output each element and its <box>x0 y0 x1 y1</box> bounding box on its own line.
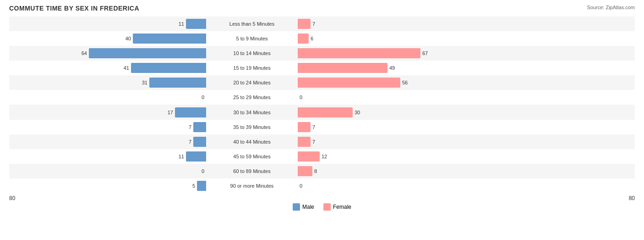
table-row: 0 60 to 89 Minutes 8 <box>9 164 635 179</box>
table-row: 7 35 to 39 Minutes 7 <box>9 120 635 134</box>
row-label: 40 to 44 Minutes <box>206 139 298 145</box>
female-bar <box>298 122 311 132</box>
row-label: 30 to 34 Minutes <box>206 110 298 115</box>
left-half: 0 <box>9 90 206 105</box>
row-label: 10 to 14 Minutes <box>206 50 298 56</box>
male-bar <box>186 151 206 162</box>
left-half: 0 <box>9 164 206 179</box>
legend: Male Female <box>9 203 635 211</box>
male-bar <box>186 19 206 29</box>
axis-left: 80 <box>9 195 15 201</box>
legend-female-box <box>323 203 331 211</box>
male-bar <box>175 107 206 117</box>
left-half: 40 <box>9 31 206 46</box>
legend-male: Male <box>293 203 314 211</box>
table-row: 11 45 to 59 Minutes 12 <box>9 149 635 164</box>
male-value: 17 <box>168 110 173 115</box>
row-label: 45 to 59 Minutes <box>206 154 298 159</box>
male-value: 11 <box>179 21 184 27</box>
female-value: 7 <box>312 124 315 130</box>
table-row: 0 25 to 29 Minutes 0 <box>9 90 635 105</box>
female-value: 56 <box>402 80 408 85</box>
table-row: 64 10 to 14 Minutes 67 <box>9 46 635 61</box>
right-half: 6 <box>298 31 635 46</box>
legend-male-label: Male <box>302 204 314 210</box>
rows-container: 11 Less than 5 Minutes 7 40 5 to 9 Minut… <box>9 17 635 193</box>
left-half: 41 <box>9 61 206 75</box>
right-half: 7 <box>298 134 635 149</box>
right-half: 7 <box>298 17 635 31</box>
female-bar <box>298 33 309 44</box>
male-bar <box>193 137 206 147</box>
female-bar <box>298 19 311 29</box>
male-value: 7 <box>189 124 191 130</box>
right-half: 12 <box>298 149 635 164</box>
axis-labels: 80 80 <box>9 195 635 201</box>
male-bar <box>193 122 206 132</box>
table-row: 41 15 to 19 Minutes 49 <box>9 61 635 75</box>
left-half: 7 <box>9 134 206 149</box>
male-value: 31 <box>142 80 147 85</box>
legend-male-box <box>293 203 300 211</box>
chart-container: COMMUTE TIME BY SEX IN FREDERICA Source:… <box>0 0 644 240</box>
legend-female: Female <box>323 203 351 211</box>
female-bar <box>298 137 311 147</box>
male-value: 41 <box>124 65 129 71</box>
male-value: 0 <box>202 168 204 174</box>
right-half: 0 <box>298 90 635 105</box>
left-half: 11 <box>9 149 206 164</box>
male-value: 5 <box>192 183 195 189</box>
female-value: 0 <box>300 95 302 100</box>
female-bar <box>298 48 420 58</box>
right-half: 0 <box>298 179 635 193</box>
table-row: 17 30 to 34 Minutes 30 <box>9 105 635 119</box>
row-label: 5 to 9 Minutes <box>206 36 298 41</box>
table-row: 31 20 to 24 Minutes 56 <box>9 75 635 90</box>
male-value: 0 <box>202 95 204 100</box>
axis-right: 80 <box>629 195 635 201</box>
male-value: 7 <box>189 139 191 145</box>
female-value: 7 <box>312 139 315 145</box>
row-label: 20 to 24 Minutes <box>206 80 298 85</box>
left-half: 7 <box>9 120 206 134</box>
male-bar <box>197 181 206 191</box>
male-bar <box>149 78 206 88</box>
row-label: 90 or more Minutes <box>206 183 298 189</box>
female-value: 0 <box>300 183 302 189</box>
source-text: Source: ZipAtlas.com <box>587 5 635 10</box>
legend-female-label: Female <box>333 204 351 210</box>
right-half: 49 <box>298 61 635 75</box>
female-bar <box>298 107 353 117</box>
row-label: Less than 5 Minutes <box>206 21 298 27</box>
female-value: 8 <box>314 168 317 174</box>
male-value: 40 <box>126 36 131 41</box>
male-value: 64 <box>82 50 87 56</box>
right-half: 67 <box>298 46 635 61</box>
female-value: 6 <box>311 36 313 41</box>
female-bar <box>298 63 387 73</box>
female-bar <box>298 166 312 176</box>
right-half: 8 <box>298 164 635 179</box>
right-half: 56 <box>298 75 635 90</box>
row-label: 25 to 29 Minutes <box>206 95 298 100</box>
row-label: 35 to 39 Minutes <box>206 124 298 130</box>
table-row: 7 40 to 44 Minutes 7 <box>9 134 635 149</box>
left-half: 5 <box>9 179 206 193</box>
row-label: 60 to 89 Minutes <box>206 168 298 174</box>
female-value: 7 <box>312 21 315 27</box>
left-half: 11 <box>9 17 206 31</box>
chart-title: COMMUTE TIME BY SEX IN FREDERICA <box>9 5 139 12</box>
male-bar <box>89 48 206 58</box>
male-value: 11 <box>179 154 184 159</box>
female-value: 12 <box>322 154 327 159</box>
chart-body: 11 Less than 5 Minutes 7 40 5 to 9 Minut… <box>9 17 635 211</box>
table-row: 11 Less than 5 Minutes 7 <box>9 17 635 31</box>
male-bar <box>131 63 206 73</box>
female-value: 30 <box>355 110 360 115</box>
female-value: 49 <box>389 65 395 71</box>
row-label: 15 to 19 Minutes <box>206 65 298 71</box>
right-half: 7 <box>298 120 635 134</box>
female-bar <box>298 78 400 88</box>
table-row: 5 90 or more Minutes 0 <box>9 179 635 193</box>
female-bar <box>298 151 320 162</box>
